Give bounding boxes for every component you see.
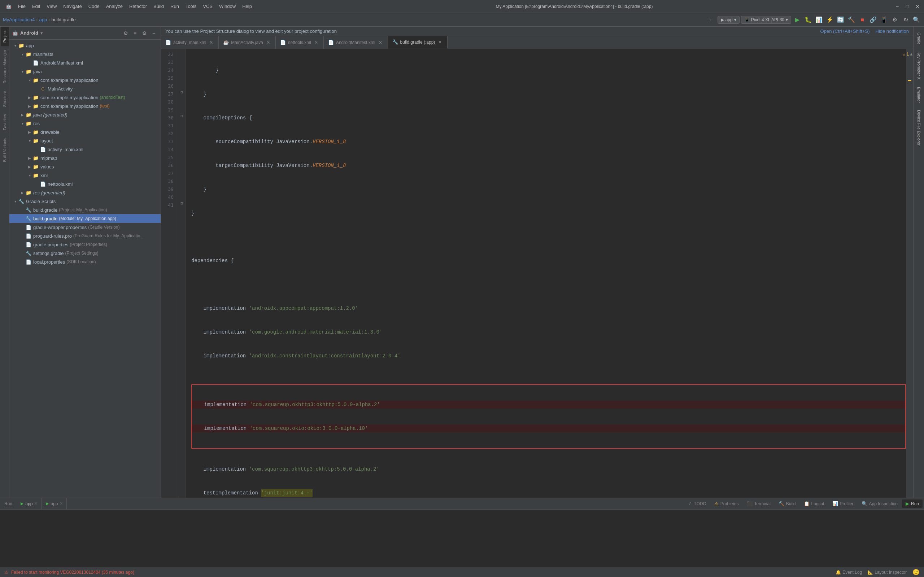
debug-button[interactable]: 🐛 xyxy=(803,15,813,24)
favorites-tab[interactable]: Favorites xyxy=(1,110,9,134)
tree-item-package[interactable]: ▾ 📁 com.example.myapplication xyxy=(10,76,161,84)
tree-item-gradle-scripts[interactable]: ▾ 🔧 Gradle Scripts xyxy=(10,197,161,206)
bottom-tab-problems[interactable]: ⚠ Problems xyxy=(711,500,743,508)
menu-edit[interactable]: Edit xyxy=(29,2,43,10)
structure-tab[interactable]: Structure xyxy=(1,87,9,111)
bottom-tab-run[interactable]: ▶ Run xyxy=(902,500,922,508)
resource-manager-tab[interactable]: Resource Manager xyxy=(1,46,9,87)
tree-item-package-test[interactable]: ▶ 📁 com.example.myapplication (test) xyxy=(10,102,161,110)
gradle-sync-button[interactable]: ↻ xyxy=(901,15,910,24)
tree-item-mainactivity[interactable]: C MainActivity xyxy=(10,84,161,93)
tab-androidmanifest[interactable]: 📄 AndroidManifest.xml ✕ xyxy=(324,36,388,49)
menu-file[interactable]: File xyxy=(15,2,29,10)
stop-button[interactable]: ■ xyxy=(858,15,867,24)
breadcrumb-project[interactable]: MyApplication4 xyxy=(3,17,35,23)
bottom-tab-app-inspection[interactable]: 🔍 App Inspection xyxy=(858,500,901,508)
collapse-all-button[interactable]: ≡ xyxy=(131,29,139,37)
menu-help[interactable]: Help xyxy=(239,2,255,10)
run-tab-close2[interactable]: ✕ xyxy=(60,501,63,506)
sync-files-button[interactable]: ⚙ xyxy=(122,29,129,37)
tab-build-gradle[interactable]: 🔧 build.gradle (:app) ✕ xyxy=(388,36,448,49)
tree-item-package-androidtest[interactable]: ▶ 📁 com.example.myapplication (androidTe… xyxy=(10,93,161,102)
tab-close-mainactivity[interactable]: ✕ xyxy=(265,40,271,45)
tab-close-androidmanifest[interactable]: ✕ xyxy=(378,40,383,45)
tree-item-mipmap[interactable]: ▶ 📁 mipmap xyxy=(10,154,161,162)
make-button[interactable]: 🔨 xyxy=(847,15,856,24)
search-everywhere-button[interactable]: 🔍 xyxy=(912,15,921,24)
tree-item-build-gradle-project[interactable]: 🔧 build.gradle (Project: My_Application) xyxy=(10,206,161,214)
tree-item-drawable[interactable]: ▶ 📁 drawable xyxy=(10,128,161,136)
back-button[interactable]: ← xyxy=(707,15,716,24)
tree-item-nettools[interactable]: 📄 nettools.xml xyxy=(10,180,161,188)
tree-item-build-gradle-module[interactable]: 🔧 build.gradle (Module: My_Application.a… xyxy=(10,214,161,223)
bottom-tab-profiler[interactable]: 📊 Profiler xyxy=(829,500,857,508)
hide-notification-link[interactable]: Hide notification xyxy=(876,29,909,34)
tree-item-androidmanifest[interactable]: 📄 AndroidManifest.xml xyxy=(10,58,161,67)
tree-item-proguard[interactable]: 📄 proguard-rules.pro (ProGuard Rules for… xyxy=(10,232,161,240)
tree-item-manifests[interactable]: ▾ 📁 manifests xyxy=(10,50,161,58)
tree-item-java[interactable]: ▾ 📁 java xyxy=(10,67,161,76)
tree-item-res[interactable]: ▾ 📁 res xyxy=(10,119,161,128)
code-editor[interactable]: 22 23 24 25 26 27 28 29 30 31 32 33 34 3… xyxy=(161,49,913,498)
gradle-panel-btn[interactable]: Gradle xyxy=(915,29,922,47)
tree-item-app[interactable]: ▾ 📁 app xyxy=(10,41,161,50)
menu-window[interactable]: Window xyxy=(216,2,239,10)
device-selector[interactable]: 📱 Pixel 4 XL API 30 ▾ xyxy=(741,16,791,24)
tree-settings-button[interactable]: ⚙ xyxy=(141,29,149,37)
menu-vcs[interactable]: VCS xyxy=(200,2,215,10)
hide-panel-button[interactable]: − xyxy=(150,29,158,37)
minimize-button[interactable]: − xyxy=(894,3,901,10)
tab-activity-main[interactable]: 📄 activity_main.xml ✕ xyxy=(161,36,219,49)
tree-item-layout[interactable]: ▾ 📁 layout xyxy=(10,136,161,145)
device-file-explorer-btn[interactable]: Device File Explorer xyxy=(915,107,922,148)
tab-mainactivity[interactable]: ☕ MainActivity.java ✕ xyxy=(219,36,275,49)
tree-item-settings-gradle[interactable]: 🔧 settings.gradle (Project Settings) xyxy=(10,249,161,258)
tree-item-res-generated[interactable]: ▶ 📁 res (generated) xyxy=(10,188,161,197)
bottom-tab-todo[interactable]: ✓ TODO xyxy=(684,500,709,508)
profile-button[interactable]: ⚡ xyxy=(825,15,835,24)
avd-button[interactable]: 📱 xyxy=(879,15,888,24)
run-tab-app2[interactable]: ▶ app ✕ xyxy=(42,498,67,509)
tab-close-activity-main[interactable]: ✕ xyxy=(208,40,214,45)
menu-tools[interactable]: Tools xyxy=(183,2,199,10)
key-promoter-btn[interactable]: Key Promoter X xyxy=(915,49,922,82)
build-variants-tab[interactable]: Build Variants xyxy=(1,134,9,166)
menu-code[interactable]: Code xyxy=(86,2,102,10)
tree-item-activity-main[interactable]: 📄 activity_main.xml xyxy=(10,145,161,154)
close-button[interactable]: ✕ xyxy=(914,3,921,10)
breadcrumb-file[interactable]: build.gradle xyxy=(52,17,76,23)
tree-item-local-properties[interactable]: 📄 local.properties (SDK Location) xyxy=(10,258,161,266)
tab-close-build-gradle[interactable]: ✕ xyxy=(437,39,443,45)
tree-item-gradle-wrapper[interactable]: 📄 gradle-wrapper.properties (Gradle Vers… xyxy=(10,223,161,232)
coverage-button[interactable]: 📊 xyxy=(814,15,824,24)
run-tab-close1[interactable]: ✕ xyxy=(34,501,37,506)
event-log-btn[interactable]: 🔔 Event Log xyxy=(835,570,862,575)
tree-item-java-generated[interactable]: ▶ 📁 java (generated) xyxy=(10,110,161,119)
maximize-button[interactable]: □ xyxy=(904,3,911,10)
tree-item-gradle-properties[interactable]: 📄 gradle.properties (Project Properties) xyxy=(10,240,161,249)
run-config-selector[interactable]: ▶ app ▾ xyxy=(717,16,740,24)
breadcrumb-module[interactable]: app xyxy=(39,17,47,23)
run-tab-app1[interactable]: ▶ app ✕ xyxy=(17,498,42,509)
tab-close-nettools[interactable]: ✕ xyxy=(313,40,319,45)
code-content[interactable]: } } compileOptions { sourceCompatibility… xyxy=(186,49,906,498)
bottom-tab-logcat[interactable]: 📋 Logcat xyxy=(800,500,828,508)
tree-item-xml-folder[interactable]: ▾ 📁 xml xyxy=(10,171,161,180)
tree-item-values[interactable]: ▶ 📁 values xyxy=(10,162,161,171)
tab-nettools[interactable]: 📄 nettools.xml ✕ xyxy=(276,36,324,49)
menu-view[interactable]: View xyxy=(44,2,60,10)
bottom-tab-terminal[interactable]: ⬛ Terminal xyxy=(743,500,774,508)
menu-refactor[interactable]: Refactor xyxy=(126,2,150,10)
menu-analyze[interactable]: Analyze xyxy=(103,2,126,10)
open-project-structure-link[interactable]: Open (Ctrl+Alt+Shift+S) xyxy=(821,29,870,34)
emulator-panel-btn[interactable]: Emulator xyxy=(915,84,922,106)
project-tab[interactable]: Project xyxy=(1,27,9,46)
menu-navigate[interactable]: Navigate xyxy=(60,2,84,10)
bottom-tab-build[interactable]: 🔨 Build xyxy=(775,500,800,508)
sdk-button[interactable]: ⚙ xyxy=(890,15,900,24)
sync-button[interactable]: 🔄 xyxy=(836,15,845,24)
menu-build[interactable]: Build xyxy=(150,2,167,10)
run-button[interactable]: ▶ xyxy=(793,15,802,24)
attach-button[interactable]: 🔗 xyxy=(868,15,878,24)
layout-inspector-btn[interactable]: 📐 Layout Inspector xyxy=(868,570,907,575)
